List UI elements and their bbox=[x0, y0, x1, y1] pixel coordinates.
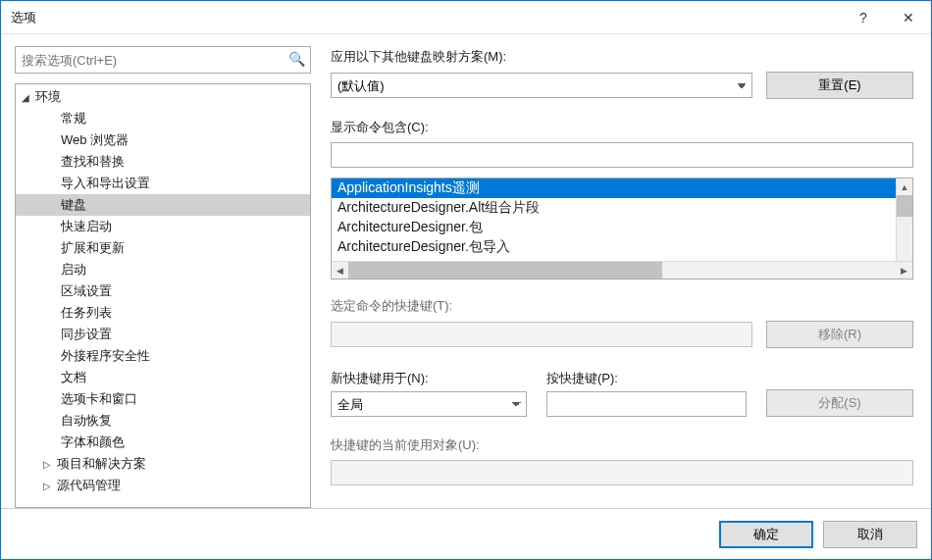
tree-label: 导入和导出设置 bbox=[61, 175, 150, 192]
scroll-up-icon[interactable]: ▲ bbox=[897, 178, 912, 195]
tree-label: 项目和解决方案 bbox=[57, 455, 146, 473]
tree-label: 源代码管理 bbox=[57, 477, 121, 494]
command-list[interactable]: ApplicationInsights遥测ArchitectureDesigne… bbox=[331, 178, 913, 280]
list-item[interactable]: ArchitectureDesigner.包 bbox=[332, 218, 912, 237]
scroll-thumb-h[interactable] bbox=[348, 262, 662, 279]
tree-label: 启动 bbox=[61, 261, 86, 279]
tree-node[interactable]: 任务列表 bbox=[16, 302, 310, 324]
tree-label: 选项卡和窗口 bbox=[61, 390, 137, 408]
tree-label: 键盘 bbox=[61, 196, 86, 214]
tree-node[interactable]: 键盘 bbox=[16, 194, 310, 216]
list-item[interactable]: ArchitectureDesigner.包导入 bbox=[332, 237, 912, 257]
current-use-select bbox=[331, 460, 913, 485]
tree-node[interactable]: ▷项目和解决方案 bbox=[16, 453, 310, 475]
selected-shortcut-select bbox=[331, 322, 752, 347]
tree-node[interactable]: 同步设置 bbox=[16, 324, 310, 345]
tree-label: 区域设置 bbox=[61, 282, 112, 300]
search-input[interactable] bbox=[15, 46, 311, 74]
selected-shortcut-label: 选定命令的快捷键(T): bbox=[331, 297, 913, 315]
tree-label: 外接程序安全性 bbox=[61, 347, 150, 365]
current-use-label: 快捷键的当前使用对象(U): bbox=[331, 436, 913, 454]
titlebar: 选项 ? ✕ bbox=[1, 1, 931, 34]
tree-node[interactable]: 快速启动 bbox=[16, 216, 310, 237]
tree-node[interactable]: 选项卡和窗口 bbox=[16, 388, 310, 410]
tree-label: 任务列表 bbox=[61, 304, 112, 322]
show-commands-label: 显示命令包含(C): bbox=[331, 119, 913, 136]
list-scrollbar-h[interactable]: ◀ ▶ bbox=[332, 261, 912, 279]
tree-node[interactable]: 文档 bbox=[16, 367, 310, 388]
tree-label: 自动恢复 bbox=[61, 412, 112, 430]
tree-node-environment[interactable]: ◢环境 bbox=[16, 86, 310, 108]
press-key-label: 按快捷键(P): bbox=[546, 370, 747, 387]
tree-node[interactable]: 字体和颜色 bbox=[16, 432, 310, 453]
tree-node[interactable]: 外接程序安全性 bbox=[16, 345, 310, 367]
mapping-select[interactable]: (默认值) bbox=[331, 73, 752, 98]
new-shortcut-label: 新快捷键用于(N): bbox=[331, 370, 527, 387]
chevron-down-icon: ◢ bbox=[22, 92, 35, 103]
tree-label: 字体和颜色 bbox=[61, 433, 125, 451]
options-dialog: 选项 ? ✕ 🔍 ◢环境常规Web 浏览器查找和替换导入和导出设置键盘快速启动扩… bbox=[0, 0, 932, 560]
help-icon[interactable]: ? bbox=[841, 1, 886, 34]
tree-label: Web 浏览器 bbox=[61, 131, 129, 149]
tree-label: 同步设置 bbox=[61, 326, 112, 343]
assign-button: 分配(S) bbox=[766, 389, 913, 417]
tree-label: 查找和替换 bbox=[61, 153, 125, 171]
cancel-button[interactable]: 取消 bbox=[823, 521, 917, 548]
scroll-thumb-v[interactable] bbox=[897, 195, 912, 217]
chevron-right-icon: ▷ bbox=[43, 459, 57, 470]
close-icon[interactable]: ✕ bbox=[886, 1, 931, 34]
tree-node[interactable]: 区域设置 bbox=[16, 280, 310, 302]
category-tree[interactable]: ◢环境常规Web 浏览器查找和替换导入和导出设置键盘快速启动扩展和更新启动区域设… bbox=[15, 83, 311, 508]
tree-label: 环境 bbox=[35, 88, 61, 106]
tree-node[interactable]: 查找和替换 bbox=[16, 151, 310, 173]
mapping-label: 应用以下其他键盘映射方案(M): bbox=[331, 48, 913, 66]
tree-node[interactable]: 启动 bbox=[16, 259, 310, 280]
show-commands-input[interactable] bbox=[331, 142, 913, 168]
tree-label: 扩展和更新 bbox=[61, 239, 125, 257]
list-item[interactable]: ArchitectureDesigner.Alt组合片段 bbox=[332, 198, 912, 218]
remove-button: 移除(R) bbox=[766, 321, 913, 348]
list-item[interactable]: ApplicationInsights遥测 bbox=[332, 178, 912, 198]
dialog-footer: 确定 取消 bbox=[1, 508, 931, 559]
tree-node[interactable]: ▷源代码管理 bbox=[16, 475, 310, 496]
new-shortcut-scope[interactable]: 全局 bbox=[331, 391, 527, 417]
tree-label: 常规 bbox=[61, 110, 86, 127]
tree-node[interactable]: 导入和导出设置 bbox=[16, 173, 310, 194]
tree-label: 快速启动 bbox=[61, 218, 112, 235]
scroll-right-icon[interactable]: ▶ bbox=[896, 266, 912, 276]
tree-node[interactable]: Web 浏览器 bbox=[16, 129, 310, 151]
tree-label: 文档 bbox=[61, 369, 86, 386]
tree-node[interactable]: 扩展和更新 bbox=[16, 237, 310, 259]
tree-node[interactable]: 自动恢复 bbox=[16, 410, 310, 432]
scroll-left-icon[interactable]: ◀ bbox=[332, 266, 348, 276]
ok-button[interactable]: 确定 bbox=[719, 521, 813, 548]
list-scrollbar-v[interactable]: ▲ bbox=[896, 178, 912, 261]
press-key-input[interactable] bbox=[546, 391, 747, 417]
tree-node[interactable]: 常规 bbox=[16, 108, 310, 129]
reset-button[interactable]: 重置(E) bbox=[766, 72, 913, 99]
chevron-right-icon: ▷ bbox=[43, 481, 57, 491]
window-title: 选项 bbox=[11, 9, 841, 26]
